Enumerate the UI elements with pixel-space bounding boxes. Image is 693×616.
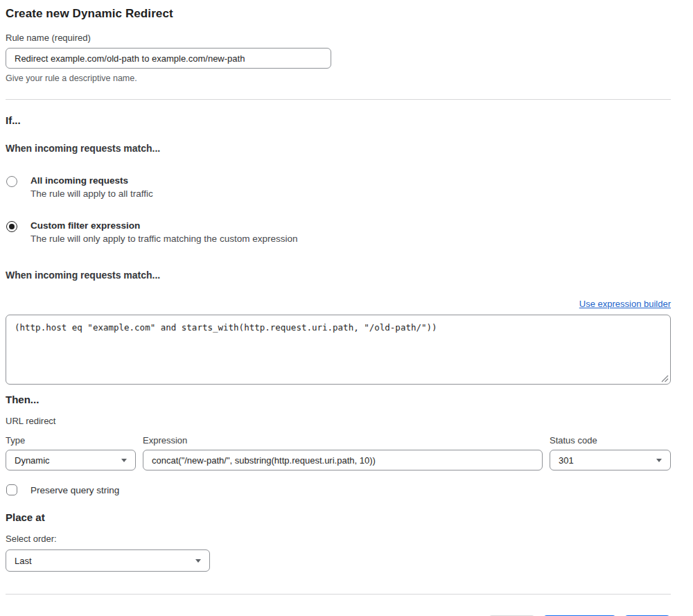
status-code-select[interactable]: 301	[550, 450, 671, 470]
status-code-label: Status code	[550, 435, 671, 446]
radio-button[interactable]	[6, 221, 17, 232]
expression-match-heading: When incoming requests match...	[6, 270, 671, 281]
radio-option-all-incoming[interactable]: All incoming requests The rule will appl…	[6, 175, 671, 199]
chevron-down-icon	[195, 559, 201, 563]
place-at-heading: Place at	[6, 511, 671, 523]
radio-option-custom-filter[interactable]: Custom filter expression The rule will o…	[6, 220, 671, 244]
radio-description: The rule will apply to all traffic	[30, 188, 153, 199]
page-title: Create new Dynamic Redirect	[6, 7, 671, 21]
order-select-value: Last	[15, 556, 32, 566]
expression-label: Expression	[143, 435, 543, 446]
create-redirect-form: Create new Dynamic Redirect Rule name (r…	[0, 0, 693, 616]
divider	[6, 594, 671, 595]
status-code-value: 301	[559, 455, 574, 466]
rule-name-help: Give your rule a descriptive name.	[6, 73, 671, 83]
divider	[6, 99, 671, 100]
type-select-value: Dynamic	[15, 455, 50, 466]
resize-handle-icon[interactable]	[660, 374, 669, 382]
incoming-requests-match-heading: When incoming requests match...	[6, 143, 671, 154]
order-select[interactable]: Last	[6, 549, 210, 572]
radio-button[interactable]	[6, 176, 17, 187]
chevron-down-icon	[121, 459, 127, 462]
use-expression-builder-link[interactable]: Use expression builder	[579, 299, 671, 309]
rule-name-input[interactable]	[6, 48, 331, 69]
rule-name-label: Rule name (required)	[6, 33, 91, 43]
filter-expression-textarea[interactable]: (http.host eq "example.com" and starts_w…	[6, 315, 671, 385]
preserve-query-string-row[interactable]: Preserve query string	[6, 484, 671, 495]
radio-label[interactable]: Custom filter expression	[30, 220, 297, 231]
redirect-expression-input[interactable]	[143, 450, 543, 470]
then-section-heading: Then...	[6, 394, 671, 405]
type-label: Type	[6, 435, 136, 446]
url-redirect-label: URL redirect	[6, 416, 671, 426]
type-select[interactable]: Dynamic	[6, 450, 136, 470]
chevron-down-icon	[656, 459, 662, 462]
preserve-query-string-checkbox[interactable]	[6, 484, 17, 495]
preserve-query-string-label[interactable]: Preserve query string	[30, 485, 119, 495]
radio-description: The rule will only apply to traffic matc…	[30, 234, 297, 244]
radio-label[interactable]: All incoming requests	[30, 175, 153, 186]
select-order-label: Select order:	[6, 534, 671, 544]
if-section-heading: If...	[6, 114, 671, 126]
